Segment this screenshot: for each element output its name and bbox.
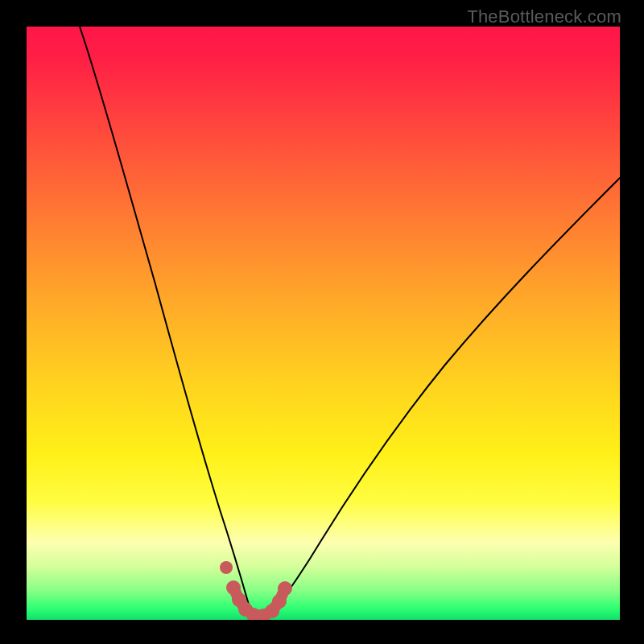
marker-point	[278, 581, 292, 596]
marker-point	[272, 594, 287, 609]
chart-frame: TheBottleneck.com	[0, 0, 644, 644]
plot-area	[27, 27, 620, 620]
watermark-text: TheBottleneck.com	[467, 6, 621, 27]
curve-right-branch	[268, 178, 620, 619]
chart-canvas	[27, 27, 620, 620]
marker-dot-outlier	[220, 561, 233, 574]
marker-valley-points	[226, 580, 292, 620]
curve-left-branch	[80, 27, 254, 619]
